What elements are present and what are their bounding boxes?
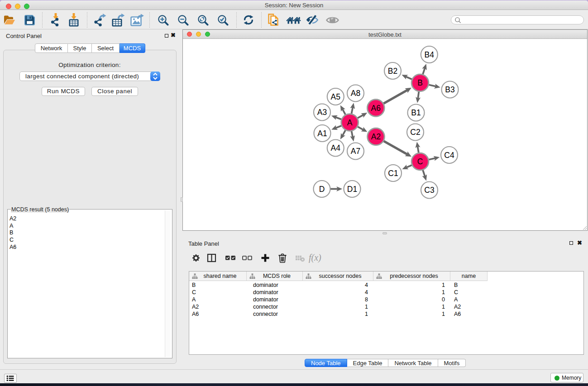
svg-text:A5: A5	[331, 92, 340, 101]
svg-text:B: B	[417, 78, 423, 87]
svg-text:C4: C4	[444, 151, 454, 160]
svg-text:A: A	[347, 118, 353, 127]
svg-text:D1: D1	[347, 185, 357, 194]
svg-text:C2: C2	[410, 128, 420, 137]
svg-text:A2: A2	[371, 132, 381, 141]
svg-text:B2: B2	[388, 67, 397, 76]
svg-text:D: D	[319, 185, 325, 194]
svg-text:C: C	[417, 157, 423, 166]
svg-text:B3: B3	[445, 85, 454, 94]
svg-text:f(x): f(x)	[309, 253, 321, 263]
svg-text:A8: A8	[351, 89, 360, 98]
svg-text:A7: A7	[351, 147, 360, 156]
svg-text:A3: A3	[317, 108, 327, 117]
svg-text:A6: A6	[371, 104, 381, 113]
svg-text:B1: B1	[411, 108, 421, 117]
svg-text:A4: A4	[331, 143, 341, 152]
svg-text:C3: C3	[424, 186, 434, 195]
svg-text:C1: C1	[388, 169, 398, 178]
svg-text:A1: A1	[317, 129, 327, 138]
svg-text:B4: B4	[425, 50, 435, 59]
